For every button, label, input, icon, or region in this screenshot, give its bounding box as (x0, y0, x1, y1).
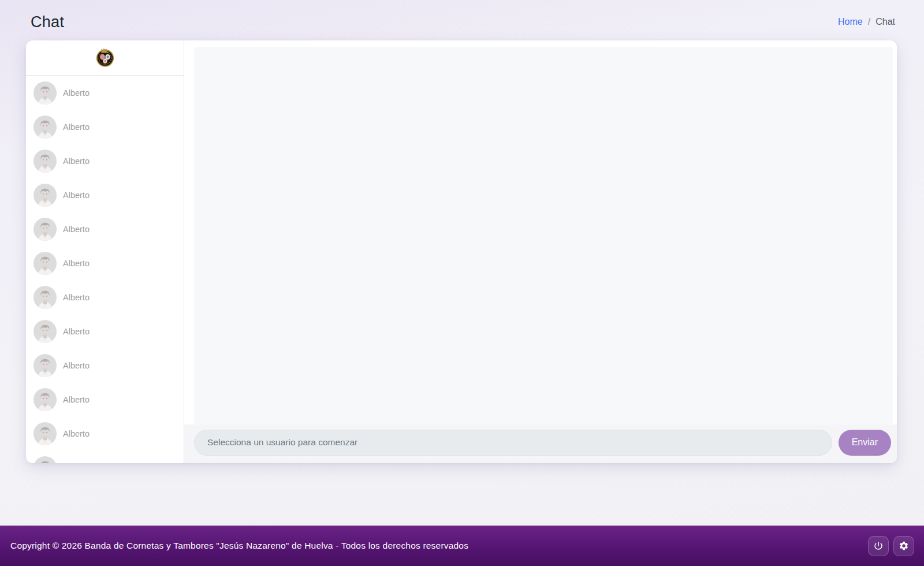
breadcrumb-separator: / (868, 17, 870, 27)
breadcrumb-home-link[interactable]: Home (838, 17, 863, 27)
user-name: Alberto (63, 327, 90, 336)
breadcrumb-current: Chat (875, 17, 895, 27)
page-footer: Copyright © 2026 Banda de Cornetas y Tam… (0, 526, 924, 566)
user-name: Alberto (63, 157, 90, 166)
user-list: Alberto (26, 76, 184, 463)
user-name: Alberto (63, 463, 90, 464)
user-avatar (33, 354, 57, 377)
band-crest-logo-icon (94, 45, 117, 70)
user-list-item[interactable]: Alberto (26, 314, 184, 348)
footer-actions (868, 536, 914, 556)
user-avatar (33, 252, 57, 275)
user-avatar (33, 150, 57, 173)
user-list-item[interactable]: Alberto (26, 178, 184, 212)
user-avatar (33, 388, 57, 411)
user-list-item[interactable]: Alberto (26, 416, 184, 450)
send-button[interactable]: Enviar (839, 430, 891, 456)
logout-button[interactable] (868, 536, 889, 556)
user-name: Alberto (63, 361, 90, 370)
messages-panel (194, 47, 893, 425)
power-icon (873, 541, 884, 551)
user-avatar (33, 320, 57, 343)
gear-icon (899, 541, 909, 551)
user-avatar (33, 116, 57, 139)
chat-card: Alberto (26, 40, 897, 463)
user-avatar (33, 81, 57, 105)
user-name: Alberto (63, 293, 90, 302)
user-name: Alberto (63, 88, 90, 98)
breadcrumb: Home / Chat (838, 17, 895, 27)
user-list-item[interactable]: Alberto (26, 382, 184, 416)
user-list-item[interactable]: Alberto (26, 110, 184, 144)
user-avatar (33, 218, 57, 241)
user-avatar (33, 456, 57, 464)
user-avatar (33, 184, 57, 207)
page-header: Chat Home / Chat (0, 0, 924, 40)
user-name: Alberto (63, 395, 90, 404)
page-title: Chat (31, 13, 64, 31)
message-input[interactable] (194, 430, 832, 456)
copyright-text: Copyright © 2026 Banda de Cornetas y Tam… (10, 541, 468, 551)
user-list-item[interactable]: Alberto (26, 348, 184, 382)
message-input-bar: Enviar (184, 425, 897, 463)
user-list-item[interactable]: Alberto (26, 246, 184, 280)
user-name: Alberto (63, 259, 90, 268)
user-name: Alberto (63, 191, 90, 200)
user-list-item[interactable]: Alberto (26, 144, 184, 178)
user-name: Alberto (63, 122, 90, 132)
user-name: Alberto (63, 225, 90, 234)
settings-button[interactable] (893, 536, 914, 556)
user-list-item[interactable]: Alberto (26, 450, 184, 463)
user-avatar (33, 422, 57, 445)
user-list-item[interactable]: Alberto (26, 212, 184, 246)
user-list-item[interactable]: Alberto (26, 76, 184, 110)
user-avatar (33, 286, 57, 309)
user-list-item[interactable]: Alberto (26, 280, 184, 314)
chat-main: Enviar (184, 40, 897, 463)
user-name: Alberto (63, 429, 90, 438)
sidebar-logo-header (26, 40, 184, 76)
user-sidebar: Alberto (26, 40, 184, 463)
